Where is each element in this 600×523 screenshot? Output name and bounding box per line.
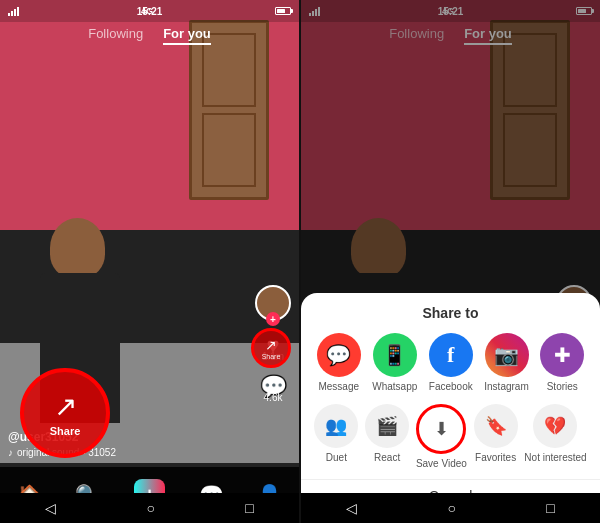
message-label: Message — [318, 381, 359, 392]
facebook-label: Facebook — [429, 381, 473, 392]
save-video-label: Save Video — [416, 458, 467, 469]
duet-label: Duet — [326, 452, 347, 463]
whatsapp-icon: 📱 — [373, 333, 417, 377]
share-label-big: Share — [50, 425, 81, 437]
tab-for-you-left[interactable]: For you — [163, 26, 211, 45]
comment-count-left: 4.6k — [260, 392, 287, 403]
share-whatsapp[interactable]: 📱 Whatsapp — [372, 333, 417, 392]
android-nav-right: ◁ ○ □ — [301, 493, 600, 523]
music-note-icon: ♪ — [8, 447, 13, 458]
signal-icon — [8, 6, 19, 16]
react-icon: 🎬 — [365, 404, 409, 448]
action-favorites[interactable]: 🔖 Favorites — [474, 404, 518, 469]
share-icon-small: ↗ — [265, 337, 277, 353]
android-nav-left: ◁ ○ □ — [0, 493, 299, 523]
stories-label: Stories — [547, 381, 578, 392]
facebook-icon: f — [429, 333, 473, 377]
action-react[interactable]: 🎬 React — [365, 404, 409, 469]
share-actions-row: 👥 Duet 🎬 React ⬇ Save Video 🔖 Favorites … — [301, 404, 600, 469]
not-interested-label: Not interested — [524, 452, 586, 463]
share-instagram[interactable]: 📷 Instagram — [484, 333, 528, 392]
action-not-interested[interactable]: 💔 Not interested — [524, 404, 586, 469]
battery-icon — [275, 7, 291, 15]
share-facebook[interactable]: f Facebook — [429, 333, 473, 392]
status-bar: 4G 15:21 — [0, 0, 299, 22]
android-recent-button[interactable]: □ — [245, 500, 253, 516]
right-panel: 4G 15:21 Following For you + ♥ 1.1m 💬 4.… — [301, 0, 600, 523]
left-panel: 4G 15:21 Following For you + ♥ 1.1m 💬 4.… — [0, 0, 299, 523]
follow-plus-icon[interactable]: + — [266, 312, 280, 326]
avatar-wrap[interactable]: + — [255, 285, 291, 321]
favorites-label: Favorites — [475, 452, 516, 463]
message-icon: 💬 — [317, 333, 361, 377]
instagram-icon: 📷 — [485, 333, 529, 377]
share-apps-row: 💬 Message 📱 Whatsapp f Facebook 📷 Instag… — [301, 333, 600, 392]
favorites-icon: 🔖 — [474, 404, 518, 448]
share-sheet: Share to 💬 Message 📱 Whatsapp f Facebook… — [301, 293, 600, 523]
share-overlay-big[interactable]: ↗ Share — [20, 368, 110, 458]
android-home-button-right[interactable]: ○ — [448, 500, 456, 516]
android-back-button[interactable]: ◁ — [45, 500, 56, 516]
person-head — [50, 218, 105, 278]
tab-following-left[interactable]: Following — [88, 26, 143, 45]
duet-icon: 👥 — [314, 404, 358, 448]
battery-area — [275, 7, 291, 15]
instagram-label: Instagram — [484, 381, 528, 392]
share-icon-big: ↗ — [54, 390, 77, 423]
top-nav: Following For you — [0, 22, 299, 49]
save-video-highlight-circle: ⬇ — [416, 404, 466, 454]
share-label-small: Share — [262, 353, 281, 360]
android-home-button[interactable]: ○ — [147, 500, 155, 516]
whatsapp-label: Whatsapp — [372, 381, 417, 392]
not-interested-icon: 💔 — [533, 404, 577, 448]
android-recent-button-right[interactable]: □ — [546, 500, 554, 516]
share-sheet-title: Share to — [301, 305, 600, 321]
share-circle-big[interactable]: ↗ Share — [20, 368, 110, 458]
action-duet[interactable]: 👥 Duet — [314, 404, 358, 469]
comment-button-left[interactable]: 💬 4.6k — [260, 374, 287, 403]
react-label: React — [374, 452, 400, 463]
share-message[interactable]: 💬 Message — [317, 333, 361, 392]
stories-icon: ✚ — [540, 333, 584, 377]
action-save-video[interactable]: ⬇ Save Video — [416, 404, 467, 469]
android-back-button-right[interactable]: ◁ — [346, 500, 357, 516]
share-circle-small[interactable]: ↗ Share — [251, 328, 291, 368]
status-time: 15:21 — [137, 6, 163, 17]
save-video-icon: ⬇ — [419, 407, 463, 451]
share-stories[interactable]: ✚ Stories — [540, 333, 584, 392]
battery-fill — [277, 9, 285, 13]
share-small-wrap[interactable]: ↗ Share — [251, 328, 291, 368]
